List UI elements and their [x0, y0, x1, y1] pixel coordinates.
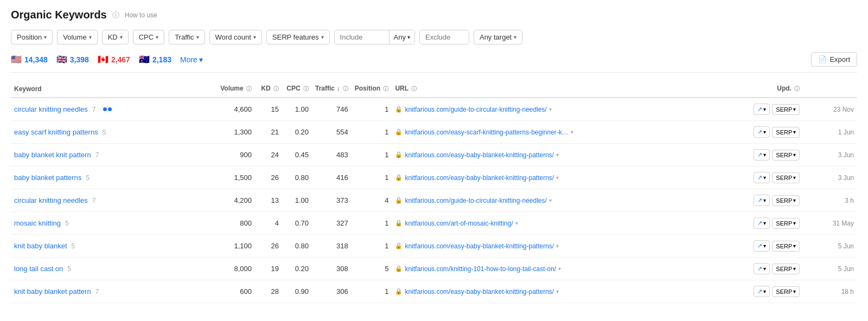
au-count[interactable]: 2,183	[152, 55, 171, 64]
url-dropdown-arrow[interactable]: ▾	[549, 106, 552, 112]
kd-dropdown-arrow: ▾	[120, 34, 123, 40]
serp-features-filter[interactable]: SERP features ▾	[266, 30, 330, 44]
url-cell: 🔒 knitfarious.com/easy-baby-blanket-knit…	[392, 280, 750, 303]
include-input[interactable]	[335, 30, 389, 44]
url-dropdown-arrow[interactable]: ▾	[515, 220, 518, 226]
th-kd[interactable]: KD ⓘ	[255, 80, 282, 98]
url-dropdown-arrow[interactable]: ▾	[558, 266, 561, 272]
cpc-cell: 0.80	[282, 166, 312, 189]
traffic-cell: 306	[312, 280, 352, 303]
url-link[interactable]: knitfarious.com/guide-to-circular-knitti…	[405, 197, 546, 204]
export-button[interactable]: 📄 Export	[811, 52, 857, 67]
url-dropdown-arrow[interactable]: ▾	[556, 152, 559, 158]
url-link[interactable]: knitfarious.com/art-of-mosaic-knitting/	[405, 220, 513, 227]
keyword-link[interactable]: baby blanket patterns	[14, 174, 81, 182]
url-dropdown-arrow[interactable]: ▾	[556, 243, 559, 249]
include-any-button[interactable]: Any ▾	[389, 30, 414, 44]
trend-button[interactable]: ↗ ▾	[754, 149, 770, 160]
kd-cell: 26	[255, 235, 282, 258]
url-link[interactable]: knitfarious.com/easy-scarf-knitting-patt…	[405, 129, 568, 136]
volume-filter[interactable]: Volume ▾	[57, 30, 97, 44]
trend-button[interactable]: ↗ ▾	[754, 240, 770, 252]
serp-button[interactable]: SERP ▾	[772, 218, 800, 229]
keyword-link[interactable]: knit baby blanket pattern	[14, 287, 91, 296]
cpc-filter[interactable]: CPC ▾	[133, 30, 164, 44]
trend-button[interactable]: ↗ ▾	[754, 217, 770, 229]
url-link[interactable]: knitfarious.com/easy-baby-blanket-knitti…	[405, 242, 554, 250]
url-link[interactable]: knitfarious.com/knitting-101-how-to-long…	[405, 265, 556, 273]
url-dropdown-arrow[interactable]: ▾	[556, 175, 559, 181]
position-cell: 1	[352, 280, 392, 303]
serp-button[interactable]: SERP ▾	[772, 241, 800, 252]
how-to-use-link[interactable]: How to use	[125, 11, 157, 19]
serp-button[interactable]: SERP ▾	[772, 127, 800, 138]
keyword-link[interactable]: baby blanket knit pattern	[14, 151, 91, 159]
filters-bar: Position ▾ Volume ▾ KD ▾ CPC ▾ Traffic ▾…	[11, 30, 857, 44]
cpc-cell: 1.00	[282, 98, 312, 121]
lock-icon: 🔒	[395, 288, 403, 295]
intent-dots	[103, 107, 112, 111]
th-position[interactable]: Position ⓘ	[352, 80, 392, 98]
keyword-cell: baby blanket knit pattern 7	[11, 144, 217, 166]
serp-button[interactable]: SERP ▾	[772, 264, 800, 274]
kd-cell: 15	[255, 98, 282, 121]
serp-button[interactable]: SERP ▾	[772, 286, 800, 297]
volume-cell: 1,300	[217, 121, 255, 144]
volume-cell: 4,200	[217, 189, 255, 212]
kd-filter[interactable]: KD ▾	[102, 30, 129, 44]
position-filter[interactable]: Position ▾	[11, 30, 53, 44]
trend-button[interactable]: ↗ ▾	[754, 286, 770, 297]
trend-button[interactable]: ↗ ▾	[754, 104, 770, 115]
keyword-cell: easy scarf knitting patterns 5	[11, 121, 217, 144]
url-dropdown-arrow[interactable]: ▾	[549, 197, 552, 203]
serp-label: SERP	[776, 106, 792, 113]
url-dropdown-arrow[interactable]: ▾	[571, 129, 573, 135]
trend-button[interactable]: ↗ ▾	[754, 172, 770, 183]
keyword-link[interactable]: circular knitting needles	[14, 105, 88, 113]
keyword-link[interactable]: easy scarf knitting patterns	[14, 128, 98, 136]
th-traffic[interactable]: Traffic ↓ ⓘ	[312, 80, 352, 98]
position-cell: 1	[352, 121, 392, 144]
position-cell: 1	[352, 144, 392, 166]
url-link[interactable]: knitfarious.com/easy-baby-blanket-knitti…	[405, 151, 554, 159]
trend-button[interactable]: ↗ ▾	[754, 195, 770, 206]
keyword-link[interactable]: mosaic knitting	[14, 219, 61, 227]
serp-dropdown-arrow: ▾	[793, 197, 796, 203]
trend-dropdown-arrow: ▾	[763, 197, 766, 203]
any-target-filter[interactable]: Any target ▾	[474, 30, 522, 44]
serp-dropdown-arrow: ▾	[793, 129, 796, 135]
include-any-arrow: ▾	[407, 34, 410, 40]
trend-button[interactable]: ↗ ▾	[754, 126, 770, 138]
us-count[interactable]: 14,348	[24, 55, 48, 64]
export-icon: 📄	[818, 55, 827, 63]
lock-icon: 🔒	[395, 242, 403, 249]
more-button[interactable]: More ▾	[180, 55, 203, 64]
action-cell: ↗ ▾ SERP ▾	[750, 235, 803, 258]
keyword-link[interactable]: long tail cast on	[14, 265, 63, 273]
url-link[interactable]: knitfarious.com/guide-to-circular-knitti…	[405, 106, 546, 113]
trend-button[interactable]: ↗ ▾	[754, 263, 770, 274]
table-row: knit baby blanket pattern 7 600280.90306…	[11, 280, 857, 303]
keyword-link[interactable]: circular knitting needles	[14, 196, 88, 204]
serp-button[interactable]: SERP ▾	[772, 172, 800, 183]
serp-dropdown-arrow: ▾	[793, 175, 796, 181]
cpc-cell: 0.45	[282, 144, 312, 166]
serp-button[interactable]: SERP ▾	[772, 195, 800, 206]
exclude-input[interactable]	[420, 30, 469, 44]
serp-button[interactable]: SERP ▾	[772, 150, 800, 160]
traffic-filter[interactable]: Traffic ▾	[169, 30, 205, 44]
url-dropdown-arrow[interactable]: ▾	[556, 288, 559, 294]
lock-icon: 🔒	[395, 197, 403, 204]
th-keyword: Keyword	[11, 80, 217, 98]
ca-count[interactable]: 2,467	[111, 55, 130, 64]
url-link[interactable]: knitfarious.com/easy-baby-blanket-knitti…	[405, 288, 554, 296]
th-volume[interactable]: Volume ⓘ	[217, 80, 255, 98]
serp-button[interactable]: SERP ▾	[772, 104, 800, 115]
gb-count[interactable]: 3,398	[70, 55, 89, 64]
kd-cell: 19	[255, 258, 282, 280]
url-link[interactable]: knitfarious.com/easy-baby-blanket-knitti…	[405, 174, 554, 182]
keyword-link[interactable]: knit baby blanket	[14, 242, 67, 250]
th-cpc[interactable]: CPC ⓘ	[282, 80, 312, 98]
position-cell: 4	[352, 189, 392, 212]
word-count-filter[interactable]: Word count ▾	[209, 30, 262, 44]
